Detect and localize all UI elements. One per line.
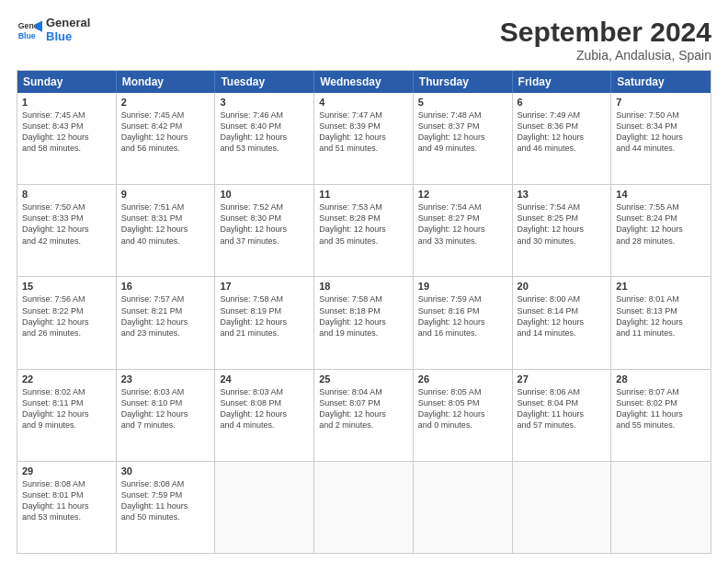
day-info: Sunrise: 8:06 AMSunset: 8:04 PMDaylight:… — [518, 386, 607, 431]
day-info: Sunrise: 8:08 AMSunset: 8:01 PMDaylight:… — [22, 478, 111, 523]
day-number: 1 — [22, 97, 111, 108]
day-number: 7 — [616, 97, 706, 108]
day-cell-21: 21Sunrise: 8:01 AMSunset: 8:13 PMDayligh… — [611, 277, 711, 368]
day-info: Sunrise: 7:53 AMSunset: 8:28 PMDaylight:… — [319, 201, 408, 247]
header-day-monday: Monday — [117, 71, 216, 93]
day-cell-25: 25Sunrise: 8:04 AMSunset: 8:07 PMDayligh… — [314, 370, 414, 461]
day-cell-14: 14Sunrise: 7:55 AMSunset: 8:24 PMDayligh… — [611, 185, 711, 276]
header-day-thursday: Thursday — [414, 71, 513, 93]
logo-icon: General Blue — [17, 17, 42, 43]
day-info: Sunrise: 7:54 AMSunset: 8:25 PMDaylight:… — [518, 201, 607, 247]
day-cell-30: 30Sunrise: 8:08 AMSunset: 7:59 PMDayligh… — [117, 462, 216, 553]
day-number: 11 — [319, 189, 408, 200]
day-cell-12: 12Sunrise: 7:54 AMSunset: 8:27 PMDayligh… — [414, 185, 513, 276]
day-number: 30 — [121, 465, 210, 477]
day-info: Sunrise: 8:08 AMSunset: 7:59 PMDaylight:… — [121, 478, 210, 523]
calendar: SundayMondayTuesdayWednesdayThursdayFrid… — [17, 70, 711, 554]
day-number: 19 — [418, 281, 507, 292]
calendar-week-4: 22Sunrise: 8:02 AMSunset: 8:11 PMDayligh… — [17, 370, 711, 462]
day-info: Sunrise: 8:01 AMSunset: 8:13 PMDaylight:… — [616, 293, 706, 339]
day-cell-16: 16Sunrise: 7:57 AMSunset: 8:21 PMDayligh… — [117, 277, 216, 368]
calendar-week-5: 29Sunrise: 8:08 AMSunset: 8:01 PMDayligh… — [17, 462, 711, 553]
day-info: Sunrise: 8:05 AMSunset: 8:05 PMDaylight:… — [418, 386, 507, 431]
day-cell-23: 23Sunrise: 8:03 AMSunset: 8:10 PMDayligh… — [117, 370, 216, 461]
day-info: Sunrise: 7:58 AMSunset: 8:18 PMDaylight:… — [319, 293, 408, 339]
day-cell-6: 6Sunrise: 7:49 AMSunset: 8:36 PMDaylight… — [513, 93, 612, 184]
day-number: 27 — [518, 373, 607, 385]
day-number: 17 — [220, 281, 309, 292]
day-info: Sunrise: 8:04 AMSunset: 8:07 PMDaylight:… — [319, 386, 408, 431]
empty-cell — [513, 462, 612, 553]
day-cell-1: 1Sunrise: 7:45 AMSunset: 8:43 PMDaylight… — [17, 93, 117, 184]
day-info: Sunrise: 7:49 AMSunset: 8:36 PMDaylight:… — [518, 109, 607, 155]
day-cell-11: 11Sunrise: 7:53 AMSunset: 8:28 PMDayligh… — [314, 185, 414, 276]
day-number: 21 — [616, 281, 706, 292]
day-info: Sunrise: 7:58 AMSunset: 8:19 PMDaylight:… — [220, 293, 309, 339]
day-cell-24: 24Sunrise: 8:03 AMSunset: 8:08 PMDayligh… — [215, 370, 314, 461]
day-info: Sunrise: 8:03 AMSunset: 8:08 PMDaylight:… — [220, 386, 309, 431]
day-number: 29 — [22, 465, 111, 477]
calendar-body: 1Sunrise: 7:45 AMSunset: 8:43 PMDaylight… — [17, 93, 711, 553]
day-number: 14 — [616, 189, 706, 200]
logo-blue: Blue — [46, 30, 90, 44]
day-info: Sunrise: 7:50 AMSunset: 8:34 PMDaylight:… — [616, 109, 706, 155]
day-number: 23 — [121, 373, 210, 385]
page: General Blue General Blue September 2024… — [0, 0, 728, 563]
day-info: Sunrise: 7:45 AMSunset: 8:42 PMDaylight:… — [121, 109, 210, 155]
empty-cell — [414, 462, 513, 553]
header-day-sunday: Sunday — [17, 71, 117, 93]
empty-cell — [314, 462, 414, 553]
day-cell-26: 26Sunrise: 8:05 AMSunset: 8:05 PMDayligh… — [414, 370, 513, 461]
day-cell-15: 15Sunrise: 7:56 AMSunset: 8:22 PMDayligh… — [17, 277, 117, 368]
header-day-tuesday: Tuesday — [215, 71, 314, 93]
day-info: Sunrise: 7:57 AMSunset: 8:21 PMDaylight:… — [121, 293, 210, 339]
day-number: 18 — [319, 281, 408, 292]
day-cell-20: 20Sunrise: 8:00 AMSunset: 8:14 PMDayligh… — [513, 277, 612, 368]
title-block: September 2024 Zubia, Andalusia, Spain — [500, 17, 711, 63]
location: Zubia, Andalusia, Spain — [500, 48, 711, 63]
day-number: 10 — [220, 189, 309, 200]
day-cell-8: 8Sunrise: 7:50 AMSunset: 8:33 PMDaylight… — [17, 185, 117, 276]
day-cell-9: 9Sunrise: 7:51 AMSunset: 8:31 PMDaylight… — [117, 185, 216, 276]
day-info: Sunrise: 7:54 AMSunset: 8:27 PMDaylight:… — [418, 201, 507, 247]
day-cell-2: 2Sunrise: 7:45 AMSunset: 8:42 PMDaylight… — [117, 93, 216, 184]
empty-cell — [611, 462, 711, 553]
day-cell-7: 7Sunrise: 7:50 AMSunset: 8:34 PMDaylight… — [611, 93, 711, 184]
calendar-week-2: 8Sunrise: 7:50 AMSunset: 8:33 PMDaylight… — [17, 185, 711, 277]
day-info: Sunrise: 7:47 AMSunset: 8:39 PMDaylight:… — [319, 109, 408, 155]
day-cell-17: 17Sunrise: 7:58 AMSunset: 8:19 PMDayligh… — [215, 277, 314, 368]
day-info: Sunrise: 8:07 AMSunset: 8:02 PMDaylight:… — [616, 386, 706, 431]
day-number: 16 — [121, 281, 210, 292]
day-cell-18: 18Sunrise: 7:58 AMSunset: 8:18 PMDayligh… — [314, 277, 414, 368]
day-cell-19: 19Sunrise: 7:59 AMSunset: 8:16 PMDayligh… — [414, 277, 513, 368]
day-info: Sunrise: 8:02 AMSunset: 8:11 PMDaylight:… — [22, 386, 111, 431]
day-number: 2 — [121, 97, 210, 108]
calendar-week-1: 1Sunrise: 7:45 AMSunset: 8:43 PMDaylight… — [17, 93, 711, 185]
day-cell-13: 13Sunrise: 7:54 AMSunset: 8:25 PMDayligh… — [513, 185, 612, 276]
day-number: 26 — [418, 373, 507, 385]
day-cell-22: 22Sunrise: 8:02 AMSunset: 8:11 PMDayligh… — [17, 370, 117, 461]
month-title: September 2024 — [500, 17, 711, 48]
day-number: 25 — [319, 373, 408, 385]
day-number: 6 — [518, 97, 607, 108]
logo: General Blue General Blue — [17, 17, 90, 44]
day-cell-27: 27Sunrise: 8:06 AMSunset: 8:04 PMDayligh… — [513, 370, 612, 461]
header-day-friday: Friday — [513, 71, 612, 93]
day-info: Sunrise: 7:56 AMSunset: 8:22 PMDaylight:… — [22, 293, 111, 339]
day-info: Sunrise: 7:55 AMSunset: 8:24 PMDaylight:… — [616, 201, 706, 247]
day-info: Sunrise: 8:03 AMSunset: 8:10 PMDaylight:… — [121, 386, 210, 431]
day-info: Sunrise: 7:48 AMSunset: 8:37 PMDaylight:… — [418, 109, 507, 155]
day-number: 8 — [22, 189, 111, 200]
day-cell-10: 10Sunrise: 7:52 AMSunset: 8:30 PMDayligh… — [215, 185, 314, 276]
day-number: 22 — [22, 373, 111, 385]
day-info: Sunrise: 7:51 AMSunset: 8:31 PMDaylight:… — [121, 201, 210, 247]
day-info: Sunrise: 7:50 AMSunset: 8:33 PMDaylight:… — [22, 201, 111, 247]
calendar-header: SundayMondayTuesdayWednesdayThursdayFrid… — [17, 71, 711, 93]
svg-text:Blue: Blue — [18, 31, 36, 40]
day-number: 13 — [518, 189, 607, 200]
day-cell-4: 4Sunrise: 7:47 AMSunset: 8:39 PMDaylight… — [314, 93, 414, 184]
calendar-week-3: 15Sunrise: 7:56 AMSunset: 8:22 PMDayligh… — [17, 277, 711, 369]
day-number: 24 — [220, 373, 309, 385]
day-info: Sunrise: 7:52 AMSunset: 8:30 PMDaylight:… — [220, 201, 309, 247]
empty-cell — [215, 462, 314, 553]
